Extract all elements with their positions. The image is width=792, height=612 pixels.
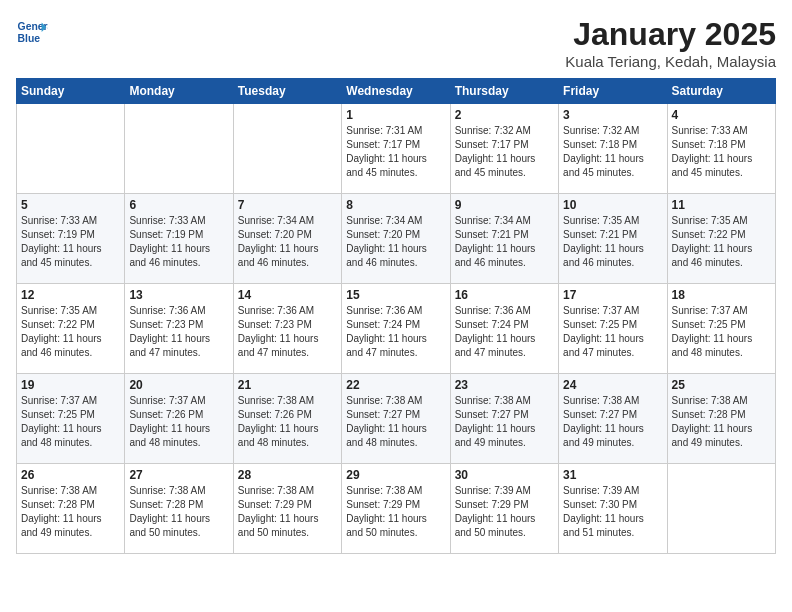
calendar-cell: 29 Sunrise: 7:38 AMSunset: 7:29 PMDaylig… bbox=[342, 464, 450, 554]
calendar-cell: 11 Sunrise: 7:35 AMSunset: 7:22 PMDaylig… bbox=[667, 194, 775, 284]
cell-info: Sunrise: 7:37 AMSunset: 7:25 PMDaylight:… bbox=[672, 304, 771, 360]
calendar-cell: 10 Sunrise: 7:35 AMSunset: 7:21 PMDaylig… bbox=[559, 194, 667, 284]
cell-info: Sunrise: 7:34 AMSunset: 7:20 PMDaylight:… bbox=[238, 214, 337, 270]
calendar-cell: 31 Sunrise: 7:39 AMSunset: 7:30 PMDaylig… bbox=[559, 464, 667, 554]
calendar-cell: 25 Sunrise: 7:38 AMSunset: 7:28 PMDaylig… bbox=[667, 374, 775, 464]
day-number: 4 bbox=[672, 108, 771, 122]
calendar-cell: 18 Sunrise: 7:37 AMSunset: 7:25 PMDaylig… bbox=[667, 284, 775, 374]
calendar-cell: 16 Sunrise: 7:36 AMSunset: 7:24 PMDaylig… bbox=[450, 284, 558, 374]
calendar-cell: 28 Sunrise: 7:38 AMSunset: 7:29 PMDaylig… bbox=[233, 464, 341, 554]
day-number: 1 bbox=[346, 108, 445, 122]
cell-info: Sunrise: 7:37 AMSunset: 7:25 PMDaylight:… bbox=[563, 304, 662, 360]
calendar-header-row: SundayMondayTuesdayWednesdayThursdayFrid… bbox=[17, 79, 776, 104]
header-wednesday: Wednesday bbox=[342, 79, 450, 104]
calendar-cell: 8 Sunrise: 7:34 AMSunset: 7:20 PMDayligh… bbox=[342, 194, 450, 284]
logo-icon: General Blue bbox=[16, 16, 48, 48]
calendar-cell: 7 Sunrise: 7:34 AMSunset: 7:20 PMDayligh… bbox=[233, 194, 341, 284]
calendar-cell: 27 Sunrise: 7:38 AMSunset: 7:28 PMDaylig… bbox=[125, 464, 233, 554]
cell-info: Sunrise: 7:32 AMSunset: 7:18 PMDaylight:… bbox=[563, 124, 662, 180]
calendar-cell bbox=[233, 104, 341, 194]
day-number: 18 bbox=[672, 288, 771, 302]
day-number: 25 bbox=[672, 378, 771, 392]
cell-info: Sunrise: 7:39 AMSunset: 7:29 PMDaylight:… bbox=[455, 484, 554, 540]
cell-info: Sunrise: 7:37 AMSunset: 7:26 PMDaylight:… bbox=[129, 394, 228, 450]
day-number: 31 bbox=[563, 468, 662, 482]
calendar-cell: 17 Sunrise: 7:37 AMSunset: 7:25 PMDaylig… bbox=[559, 284, 667, 374]
calendar-week-row: 26 Sunrise: 7:38 AMSunset: 7:28 PMDaylig… bbox=[17, 464, 776, 554]
cell-info: Sunrise: 7:36 AMSunset: 7:23 PMDaylight:… bbox=[238, 304, 337, 360]
day-number: 8 bbox=[346, 198, 445, 212]
calendar-cell bbox=[17, 104, 125, 194]
day-number: 21 bbox=[238, 378, 337, 392]
header-saturday: Saturday bbox=[667, 79, 775, 104]
calendar-cell: 20 Sunrise: 7:37 AMSunset: 7:26 PMDaylig… bbox=[125, 374, 233, 464]
header-tuesday: Tuesday bbox=[233, 79, 341, 104]
calendar-cell: 24 Sunrise: 7:38 AMSunset: 7:27 PMDaylig… bbox=[559, 374, 667, 464]
calendar-cell: 4 Sunrise: 7:33 AMSunset: 7:18 PMDayligh… bbox=[667, 104, 775, 194]
calendar-cell bbox=[667, 464, 775, 554]
day-number: 14 bbox=[238, 288, 337, 302]
svg-text:Blue: Blue bbox=[18, 33, 41, 44]
day-number: 17 bbox=[563, 288, 662, 302]
day-number: 22 bbox=[346, 378, 445, 392]
calendar-cell: 6 Sunrise: 7:33 AMSunset: 7:19 PMDayligh… bbox=[125, 194, 233, 284]
cell-info: Sunrise: 7:33 AMSunset: 7:19 PMDaylight:… bbox=[21, 214, 120, 270]
day-number: 16 bbox=[455, 288, 554, 302]
calendar-week-row: 19 Sunrise: 7:37 AMSunset: 7:25 PMDaylig… bbox=[17, 374, 776, 464]
cell-info: Sunrise: 7:38 AMSunset: 7:29 PMDaylight:… bbox=[238, 484, 337, 540]
calendar-cell: 9 Sunrise: 7:34 AMSunset: 7:21 PMDayligh… bbox=[450, 194, 558, 284]
day-number: 2 bbox=[455, 108, 554, 122]
day-number: 24 bbox=[563, 378, 662, 392]
calendar-cell: 5 Sunrise: 7:33 AMSunset: 7:19 PMDayligh… bbox=[17, 194, 125, 284]
day-number: 26 bbox=[21, 468, 120, 482]
calendar-cell: 23 Sunrise: 7:38 AMSunset: 7:27 PMDaylig… bbox=[450, 374, 558, 464]
day-number: 23 bbox=[455, 378, 554, 392]
cell-info: Sunrise: 7:37 AMSunset: 7:25 PMDaylight:… bbox=[21, 394, 120, 450]
day-number: 29 bbox=[346, 468, 445, 482]
cell-info: Sunrise: 7:36 AMSunset: 7:23 PMDaylight:… bbox=[129, 304, 228, 360]
header-sunday: Sunday bbox=[17, 79, 125, 104]
cell-info: Sunrise: 7:38 AMSunset: 7:27 PMDaylight:… bbox=[346, 394, 445, 450]
page-header: General Blue January 2025 Kuala Teriang,… bbox=[16, 16, 776, 70]
cell-info: Sunrise: 7:35 AMSunset: 7:22 PMDaylight:… bbox=[21, 304, 120, 360]
cell-info: Sunrise: 7:38 AMSunset: 7:28 PMDaylight:… bbox=[672, 394, 771, 450]
cell-info: Sunrise: 7:39 AMSunset: 7:30 PMDaylight:… bbox=[563, 484, 662, 540]
calendar-cell: 15 Sunrise: 7:36 AMSunset: 7:24 PMDaylig… bbox=[342, 284, 450, 374]
day-number: 10 bbox=[563, 198, 662, 212]
day-number: 11 bbox=[672, 198, 771, 212]
day-number: 3 bbox=[563, 108, 662, 122]
cell-info: Sunrise: 7:34 AMSunset: 7:21 PMDaylight:… bbox=[455, 214, 554, 270]
calendar-cell: 30 Sunrise: 7:39 AMSunset: 7:29 PMDaylig… bbox=[450, 464, 558, 554]
cell-info: Sunrise: 7:38 AMSunset: 7:29 PMDaylight:… bbox=[346, 484, 445, 540]
calendar-cell: 26 Sunrise: 7:38 AMSunset: 7:28 PMDaylig… bbox=[17, 464, 125, 554]
calendar-week-row: 12 Sunrise: 7:35 AMSunset: 7:22 PMDaylig… bbox=[17, 284, 776, 374]
cell-info: Sunrise: 7:38 AMSunset: 7:28 PMDaylight:… bbox=[129, 484, 228, 540]
cell-info: Sunrise: 7:35 AMSunset: 7:22 PMDaylight:… bbox=[672, 214, 771, 270]
calendar-cell: 3 Sunrise: 7:32 AMSunset: 7:18 PMDayligh… bbox=[559, 104, 667, 194]
calendar-cell: 22 Sunrise: 7:38 AMSunset: 7:27 PMDaylig… bbox=[342, 374, 450, 464]
day-number: 19 bbox=[21, 378, 120, 392]
calendar-week-row: 5 Sunrise: 7:33 AMSunset: 7:19 PMDayligh… bbox=[17, 194, 776, 284]
day-number: 12 bbox=[21, 288, 120, 302]
cell-info: Sunrise: 7:32 AMSunset: 7:17 PMDaylight:… bbox=[455, 124, 554, 180]
cell-info: Sunrise: 7:36 AMSunset: 7:24 PMDaylight:… bbox=[346, 304, 445, 360]
cell-info: Sunrise: 7:38 AMSunset: 7:26 PMDaylight:… bbox=[238, 394, 337, 450]
cell-info: Sunrise: 7:35 AMSunset: 7:21 PMDaylight:… bbox=[563, 214, 662, 270]
cell-info: Sunrise: 7:36 AMSunset: 7:24 PMDaylight:… bbox=[455, 304, 554, 360]
header-friday: Friday bbox=[559, 79, 667, 104]
cell-info: Sunrise: 7:38 AMSunset: 7:28 PMDaylight:… bbox=[21, 484, 120, 540]
day-number: 15 bbox=[346, 288, 445, 302]
calendar-cell: 2 Sunrise: 7:32 AMSunset: 7:17 PMDayligh… bbox=[450, 104, 558, 194]
day-number: 5 bbox=[21, 198, 120, 212]
calendar-week-row: 1 Sunrise: 7:31 AMSunset: 7:17 PMDayligh… bbox=[17, 104, 776, 194]
logo: General Blue bbox=[16, 16, 52, 48]
calendar-cell: 13 Sunrise: 7:36 AMSunset: 7:23 PMDaylig… bbox=[125, 284, 233, 374]
day-number: 6 bbox=[129, 198, 228, 212]
calendar-cell: 12 Sunrise: 7:35 AMSunset: 7:22 PMDaylig… bbox=[17, 284, 125, 374]
calendar-cell: 19 Sunrise: 7:37 AMSunset: 7:25 PMDaylig… bbox=[17, 374, 125, 464]
day-number: 27 bbox=[129, 468, 228, 482]
cell-info: Sunrise: 7:38 AMSunset: 7:27 PMDaylight:… bbox=[455, 394, 554, 450]
title-block: January 2025 Kuala Teriang, Kedah, Malay… bbox=[565, 16, 776, 70]
cell-info: Sunrise: 7:31 AMSunset: 7:17 PMDaylight:… bbox=[346, 124, 445, 180]
location-subtitle: Kuala Teriang, Kedah, Malaysia bbox=[565, 53, 776, 70]
